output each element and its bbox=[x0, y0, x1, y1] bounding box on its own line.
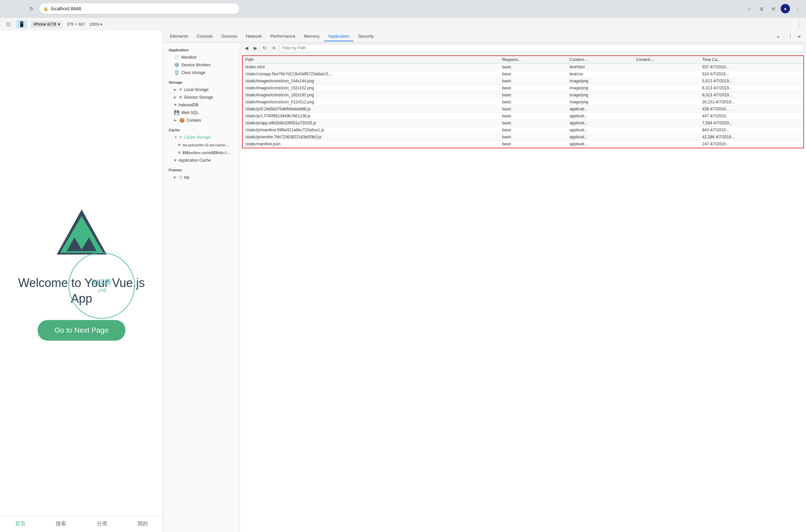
forward-icon: → bbox=[17, 6, 23, 12]
devtools-close-button[interactable]: ✕ bbox=[795, 33, 803, 40]
table-row[interactable]: /static/js/app.e9b2b9e109561a7201f5.jsba… bbox=[243, 120, 803, 127]
application-section-title: Application bbox=[163, 45, 240, 53]
col-content1: Content-... bbox=[567, 56, 633, 64]
tab-network[interactable]: Network bbox=[242, 32, 266, 41]
sidebar-item-clear-storage[interactable]: 🗑️ Clear storage bbox=[163, 69, 240, 76]
tab-security[interactable]: Security bbox=[354, 32, 378, 41]
lock-icon: 🔒 bbox=[43, 6, 48, 11]
gmail-button[interactable]: M bbox=[769, 4, 778, 13]
table-row[interactable]: /static/js/0.2dd5b370dbfb9afda866.jsbasi… bbox=[243, 106, 803, 113]
table-row[interactable]: /static/css/app.5be76b7d213b43df9723e8ab… bbox=[243, 71, 803, 78]
nav-mine[interactable]: 我的 bbox=[122, 516, 163, 532]
tab-application[interactable]: Application bbox=[324, 32, 354, 41]
devtools-sidebar: Application 📄 Manifest ⚙️ Service Worker… bbox=[163, 43, 240, 532]
clear-storage-label: Clear storage bbox=[181, 70, 205, 75]
address-bar[interactable]: 🔒 localhost:8848 bbox=[39, 3, 239, 14]
cache-data-table: Path Respons... Content-... Content-... … bbox=[240, 53, 806, 532]
welcome-text: Welcome to Your Vue.js App bbox=[7, 276, 156, 307]
table-row[interactable]: /static/js/vendor.7bb72363822163e0f3b3.j… bbox=[243, 134, 803, 141]
device-selector[interactable]: iPhone 6/7/8 ▾ bbox=[31, 21, 63, 28]
storage-section-title: Storage bbox=[163, 78, 240, 86]
go-next-button[interactable]: Go to Next Page bbox=[38, 320, 125, 341]
zoom-selector[interactable]: 100% ▾ bbox=[89, 22, 102, 27]
local-storage-label: Local Storage bbox=[184, 87, 209, 92]
sidebar-item-service-workers[interactable]: ⚙️ Service Workers bbox=[163, 61, 240, 69]
app-cache-icon: ≡ bbox=[174, 158, 177, 163]
session-storage-label: Session Storage bbox=[184, 95, 213, 100]
table-row[interactable]: /static/js/1.f740f9813d49b7661238.jsbasi… bbox=[243, 113, 803, 120]
nav-home[interactable]: 首页 bbox=[0, 516, 41, 532]
tab-elements[interactable]: Elements bbox=[166, 32, 192, 41]
tab-sources[interactable]: Sources bbox=[217, 32, 241, 41]
sidebar-item-toolbox-cache[interactable]: ≡ $$$toolbox-cache$$$http://... bbox=[163, 149, 240, 156]
sidebar-item-cookies[interactable]: ▶ 🍪 Cookies bbox=[163, 116, 240, 124]
vue-logo bbox=[48, 205, 115, 265]
frames-section-title: Frames bbox=[163, 165, 240, 173]
forward-button[interactable]: → bbox=[15, 4, 25, 13]
table-row[interactable]: /index.htmlbasictext/html537 4/7/2019... bbox=[243, 64, 803, 71]
main-data-panel: ◀ ▶ ↻ ✕ Path Respons... bbox=[240, 43, 806, 532]
more-options-button[interactable]: ⋮ bbox=[796, 21, 802, 28]
select-element-button[interactable]: ⊡ bbox=[4, 20, 12, 28]
toolbox-cache-icon: ≡ bbox=[178, 150, 181, 155]
menu-button[interactable]: ⋮ bbox=[793, 4, 802, 13]
toolbox-cache-label: $$$toolbox-cache$$$http://... bbox=[183, 151, 230, 155]
zoom-chevron-icon: ▾ bbox=[100, 22, 102, 27]
table-row[interactable]: /static/images/icons/icon_152x152.pngbas… bbox=[243, 85, 803, 92]
clear-button[interactable]: ✕ bbox=[270, 44, 278, 52]
table-row[interactable]: /static/images/icons/icon_192x192.pngbas… bbox=[243, 92, 803, 99]
clear-storage-icon: 🗑️ bbox=[174, 70, 179, 75]
indexeddb-label: IndexedDB bbox=[179, 103, 198, 107]
session-storage-icon: ≡ bbox=[179, 95, 182, 100]
tab-console[interactable]: Console bbox=[193, 32, 217, 41]
sidebar-item-app-cache[interactable]: ≡ Application Cache bbox=[163, 156, 240, 164]
nav-category[interactable]: 分类 bbox=[82, 516, 122, 532]
cookies-icon: 🍪 bbox=[179, 118, 185, 123]
sidebar-item-cache-storage[interactable]: ▼ ≡ Cache Storage bbox=[163, 133, 240, 141]
col-response: Respons... bbox=[499, 56, 567, 64]
back-button[interactable]: ← bbox=[4, 4, 13, 13]
cache-section-title: Cache bbox=[163, 125, 240, 133]
web-sql-icon: 💾 bbox=[174, 110, 179, 115]
bookmark-button[interactable]: ☆ bbox=[745, 4, 754, 13]
sidebar-item-sw-precache[interactable]: ≡ sw-precache-v3-sw-cache-... bbox=[163, 141, 240, 149]
nav-search[interactable]: 搜索 bbox=[41, 516, 81, 532]
filter-input[interactable] bbox=[279, 44, 803, 52]
profile-button[interactable]: ● bbox=[781, 4, 790, 13]
app-cache-label: Application Cache bbox=[179, 158, 211, 163]
table-row[interactable]: /static/manifest.jsonbasicapplicati...24… bbox=[243, 141, 803, 148]
mobile-nav: 首页 搜索 分类 我的 bbox=[0, 515, 163, 532]
refresh-button[interactable]: ↻ bbox=[261, 44, 269, 52]
manifest-icon: 📄 bbox=[174, 55, 179, 60]
separator bbox=[106, 21, 107, 28]
table-row[interactable]: /static/images/icons/icon_144x144.pngbas… bbox=[243, 78, 803, 85]
table-row[interactable]: /static/js/manifest.69fbe521a6bc723a8ce1… bbox=[243, 127, 803, 134]
back-nav-button[interactable]: ◀ bbox=[243, 44, 250, 52]
expand-icon: ▶ bbox=[174, 88, 177, 91]
frame-icon: □ bbox=[179, 175, 182, 180]
url-text: localhost:8848 bbox=[51, 6, 235, 11]
devtools-panel: Elements Console Sources Network Perform… bbox=[163, 31, 806, 532]
forward-nav-button[interactable]: ▶ bbox=[252, 44, 259, 52]
sidebar-item-web-sql[interactable]: 💾 Web SQL bbox=[163, 109, 240, 116]
qr-button[interactable]: ⊞ bbox=[757, 4, 766, 13]
devtools-tabs: Elements Console Sources Network Perform… bbox=[163, 31, 806, 43]
top-frame-label: top bbox=[184, 175, 190, 180]
sidebar-item-manifest[interactable]: 📄 Manifest bbox=[163, 53, 240, 61]
sidebar-item-indexeddb[interactable]: ≡ IndexedDB bbox=[163, 101, 240, 109]
sidebar-item-local-storage[interactable]: ▶ ≡ Local Storage bbox=[163, 86, 240, 93]
tab-memory[interactable]: Memory bbox=[300, 32, 324, 41]
dimensions-display: 375 × 667 bbox=[67, 22, 85, 27]
reload-button[interactable]: ↻ bbox=[27, 4, 36, 13]
sidebar-item-session-storage[interactable]: ▶ ≡ Session Storage bbox=[163, 93, 240, 101]
devtools-settings-button[interactable]: ⋮ bbox=[786, 33, 795, 40]
indexeddb-icon: ≡ bbox=[174, 102, 177, 107]
table-row[interactable]: /static/images/icons/icon_512x512.pngbas… bbox=[243, 99, 803, 106]
expand-icon: ▼ bbox=[174, 135, 177, 139]
tab-performance[interactable]: Performance bbox=[266, 32, 299, 41]
reload-icon: ↻ bbox=[29, 6, 34, 12]
sidebar-item-top-frame[interactable]: ▶ □ top bbox=[163, 173, 240, 181]
manifest-label: Manifest bbox=[181, 55, 196, 60]
more-tabs-button[interactable]: » bbox=[775, 32, 782, 41]
device-toggle-button[interactable]: 📱 bbox=[16, 20, 27, 28]
